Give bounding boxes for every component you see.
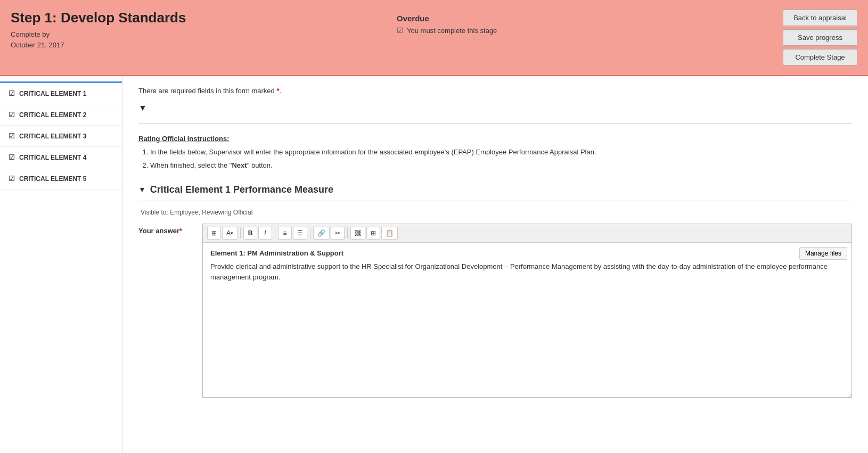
complete-stage-button[interactable]: Complete Stage — [783, 49, 857, 65]
required-notice: There are required fields in this form m… — [138, 87, 852, 95]
toolbar-unordered-list-button[interactable]: ≡ — [278, 227, 292, 240]
toolbar-separator-3 — [310, 228, 310, 238]
header-left: Step 1: Develop Standards Complete by Oc… — [11, 10, 397, 50]
section-collapse-arrow[interactable]: ▼ — [138, 185, 146, 194]
editor-content-body: Provide clerical and administrative supp… — [210, 261, 844, 284]
sidebar-item-ce4[interactable]: ☑ Critical Element 4 — [0, 147, 122, 168]
instructions: Rating Official Instructions: In the fie… — [138, 135, 852, 171]
overdue-check: ☑ You must complete this stage — [397, 26, 783, 35]
answer-required-star: * — [179, 227, 182, 235]
toolbar-table-button[interactable]: ⊞ — [366, 227, 380, 240]
collapse-arrow[interactable]: ▼ — [138, 103, 147, 113]
instruction-item-2: When finished, select the "Next" button. — [150, 160, 852, 171]
editor-body[interactable]: Manage files Element 1: PM Administratio… — [203, 243, 851, 392]
section-title: Critical Element 1 Performance Measure — [150, 184, 333, 195]
instructions-title: Rating Official Instructions: — [138, 135, 852, 143]
page-title: Step 1: Develop Standards — [11, 10, 397, 26]
visible-to: Visible to: Employee, Reviewing Official — [141, 209, 852, 216]
divider — [138, 123, 852, 124]
back-to-appraisal-button[interactable]: Back to appraisal — [783, 10, 857, 26]
editor-container: ⊞ A▾ B I ≡ ☰ 🔗 ✂ 🖼 ⊞ 📋 — [202, 224, 852, 398]
check-icon-ce1: ☑ — [9, 89, 15, 97]
toolbar-separator-2 — [275, 228, 275, 238]
toolbar-link-button[interactable]: 🔗 — [313, 227, 330, 240]
check-icon-ce2: ☑ — [9, 111, 15, 119]
check-icon: ☑ — [397, 26, 404, 35]
header-buttons: Back to appraisal Save progress Complete… — [783, 10, 857, 65]
complete-by: Complete by October 21, 2017 — [11, 29, 397, 50]
sidebar-item-ce2[interactable]: ☑ Critical Element 2 — [0, 104, 122, 126]
manage-files-button[interactable]: Manage files — [799, 247, 847, 260]
overdue-label: Overdue — [397, 14, 783, 23]
answer-label: Your answer* — [138, 224, 192, 235]
answer-row: Your answer* ⊞ A▾ B I ≡ ☰ 🔗 ✂ — [138, 224, 852, 398]
main-layout: ☑ Critical Element 1 ☑ Critical Element … — [0, 76, 868, 453]
toolbar-bold-button[interactable]: B — [243, 227, 257, 240]
toolbar-italic-button[interactable]: I — [258, 227, 272, 240]
toolbar-ordered-list-button[interactable]: ☰ — [293, 227, 307, 240]
check-icon-ce5: ☑ — [9, 175, 15, 183]
sidebar-item-ce3[interactable]: ☑ Critical Element 3 — [0, 126, 122, 147]
resize-handle[interactable] — [203, 392, 851, 397]
toolbar-fontsize-button[interactable]: A▾ — [222, 227, 238, 240]
overdue-section: Overdue ☑ You must complete this stage — [397, 10, 783, 35]
content-area: There are required fields in this form m… — [122, 76, 868, 453]
toolbar-image-button[interactable]: 🖼 — [350, 227, 365, 240]
toolbar-separator-1 — [240, 228, 241, 238]
toolbar-grid-button[interactable]: ⊞ — [207, 227, 221, 240]
required-star: * — [276, 87, 279, 95]
check-icon-ce4: ☑ — [9, 153, 15, 161]
check-icon-ce3: ☑ — [9, 132, 15, 140]
sidebar-item-ce1[interactable]: ☑ Critical Element 1 — [0, 81, 122, 104]
instructions-list: In the fields below, Supervisor will ent… — [138, 147, 852, 171]
editor-content-title: Element 1: PM Administration & Support — [210, 249, 844, 257]
next-bold: Next — [232, 161, 247, 169]
sidebar-item-ce5[interactable]: ☑ Critical Element 5 — [0, 168, 122, 190]
save-progress-button[interactable]: Save progress — [783, 29, 857, 46]
section-header: ▼ Critical Element 1 Performance Measure — [138, 184, 852, 201]
toolbar-paste-button[interactable]: 📋 — [381, 227, 398, 240]
header-banner: Step 1: Develop Standards Complete by Oc… — [0, 0, 868, 76]
toolbar-separator-4 — [347, 228, 348, 238]
editor-toolbar: ⊞ A▾ B I ≡ ☰ 🔗 ✂ 🖼 ⊞ 📋 — [203, 224, 851, 243]
toolbar-unlink-button[interactable]: ✂ — [331, 227, 345, 240]
instruction-item-1: In the fields below, Supervisor will ent… — [150, 147, 852, 158]
sidebar: ☑ Critical Element 1 ☑ Critical Element … — [0, 76, 122, 453]
